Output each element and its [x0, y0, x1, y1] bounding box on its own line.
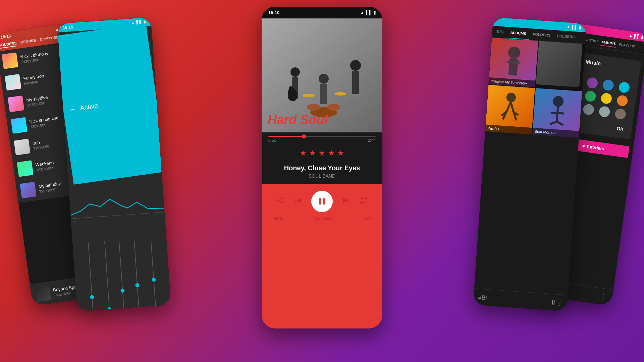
tab-folders-2[interactable]: FOLDERS	[553, 30, 579, 43]
meta-kbps: 10335kbps	[314, 216, 333, 221]
album-item-extra[interactable]	[536, 41, 583, 87]
band-illustration: Hard Soul	[262, 18, 382, 132]
file-thumb	[5, 74, 21, 91]
tab-albums-right[interactable]: ALBUMS	[600, 39, 617, 48]
phone-albums: ▲ ▌▌ ▮ ISTS ALBUMS FOLDERS FOLDERS	[473, 17, 587, 311]
status-time-center: 15:10	[268, 10, 279, 15]
pause-mini-button[interactable]: ⏸	[550, 298, 557, 306]
eq-slider-bass[interactable]: Bass	[84, 236, 99, 311]
status-icons-center: ▲ ▌▌ ▮	[360, 10, 376, 15]
star-3[interactable]: ★	[319, 149, 325, 158]
color-brown[interactable]	[614, 108, 627, 120]
file-thumb	[20, 182, 37, 198]
player-meta: 44kHz 10335kbps AAC	[272, 212, 372, 221]
svg-point-3	[319, 74, 329, 84]
grid-button[interactable]: ⊞	[481, 293, 488, 302]
track-title: Honey, Close Your Eyes	[268, 164, 376, 172]
phone-notch	[302, 7, 342, 15]
eq-slider-125[interactable]: 125	[131, 232, 144, 311]
svg-point-13	[334, 92, 346, 96]
more-dots-icon[interactable]: ⋮	[600, 292, 607, 301]
phone-center: 15:10 ▲ ▌▌ ▮	[262, 7, 382, 328]
repeat-button[interactable]	[359, 196, 368, 207]
status-time-eq: 15:15	[63, 25, 73, 30]
albums-grid: Imagine My Tomorrow	[485, 38, 586, 138]
file-thumb	[8, 96, 24, 112]
album-item-imagine[interactable]: Imagine My Tomorrow	[488, 38, 538, 87]
svg-rect-4	[320, 84, 327, 104]
svg-point-7	[350, 60, 361, 71]
star-5[interactable]: ★	[337, 149, 344, 158]
color-cyan[interactable]	[618, 81, 630, 94]
tab-albums[interactable]: ALBUMS	[506, 27, 530, 40]
meta-bitrate: 44kHz	[272, 216, 283, 221]
svg-line-0	[71, 212, 164, 219]
more-button[interactable]: ⋮	[556, 299, 564, 307]
eq-header: ← Active	[57, 23, 167, 185]
star-2[interactable]: ★	[309, 149, 316, 158]
star-1[interactable]: ★	[300, 149, 307, 158]
svg-point-10	[307, 104, 320, 111]
progress-fill	[268, 136, 304, 137]
color-purple-medium[interactable]	[586, 77, 598, 89]
eq-slider-25k[interactable]: 25...	[147, 231, 161, 311]
album-item-beat[interactable]: Beat Moment	[532, 88, 582, 138]
progress-current: 0:51	[268, 138, 276, 143]
eq-wave-svg: L	[68, 175, 165, 235]
player-bottom-bar	[262, 315, 382, 328]
status-time-left: 15:15	[0, 34, 11, 40]
prev-button[interactable]	[293, 195, 304, 208]
progress-times: 0:51 2:44	[268, 138, 376, 143]
next-button[interactable]	[340, 195, 351, 208]
tab-folders-albums[interactable]: FOLDERS	[529, 28, 554, 42]
file-thumb	[11, 117, 28, 134]
album-art: Hard Soul	[262, 18, 382, 132]
progress-dot	[302, 134, 306, 138]
ok-button[interactable]: OK	[613, 124, 627, 134]
svg-point-12	[303, 94, 315, 97]
status-icons-right: ▲ ▌▌ ▮	[629, 33, 644, 40]
file-thumb	[17, 160, 34, 177]
meta-format: AAC	[364, 216, 372, 221]
controls-row	[272, 191, 372, 212]
tab-playlist[interactable]: PLAYLIST	[618, 41, 636, 50]
color-gray-1[interactable]	[583, 104, 595, 116]
tab-artist-2[interactable]: ARTIST	[585, 36, 599, 45]
back-button[interactable]: ←	[68, 104, 76, 114]
tab-genres[interactable]: GENRES	[20, 38, 36, 46]
albums-content: Imagine My Tomorrow	[474, 38, 586, 295]
star-4[interactable]: ★	[328, 149, 335, 158]
shuffle-button[interactable]	[276, 196, 285, 207]
svg-point-5	[290, 67, 300, 77]
stars-row[interactable]: ★ ★ ★ ★ ★	[262, 145, 382, 162]
player-controls: 44kHz 10335kbps AAC	[262, 184, 382, 315]
eq-slider-62[interactable]: 62	[116, 234, 127, 311]
color-green[interactable]	[584, 90, 596, 102]
pause-button[interactable]	[311, 191, 333, 212]
color-yellow[interactable]	[600, 93, 612, 105]
color-orange[interactable]	[616, 95, 628, 107]
track-info: Honey, Close Your Eyes SOUL BAND	[262, 162, 382, 184]
eq-slider-31[interactable]: 31	[102, 235, 113, 311]
color-blue[interactable]	[602, 79, 614, 91]
svg-text:Hard Soul: Hard Soul	[268, 113, 328, 127]
status-icons-albums: ▲ ▌▌ ▮	[566, 24, 581, 30]
tab-ists[interactable]: ISTS	[492, 26, 507, 38]
album-item-pacifist[interactable]: Pacifist	[485, 85, 535, 134]
phone-eq: 15:15 ▲ ▌▌ ▮ ← Active L	[57, 17, 171, 311]
color-gray-2[interactable]	[598, 106, 610, 118]
progress-bar[interactable]	[268, 136, 376, 137]
eq-content: L Bass 31	[68, 175, 171, 311]
file-thumb	[2, 52, 18, 69]
svg-text:L: L	[74, 220, 76, 224]
tab-folders[interactable]: FOLDERS	[0, 41, 17, 49]
eq-title: Active	[79, 102, 99, 112]
file-thumb	[14, 139, 31, 156]
progress-container: 0:51 2:44	[262, 132, 382, 145]
track-artist: SOUL BAND	[268, 173, 376, 179]
svg-point-11	[327, 104, 340, 111]
svg-rect-8	[352, 71, 359, 94]
now-playing-thumb	[35, 285, 51, 302]
progress-total: 2:44	[368, 138, 376, 143]
